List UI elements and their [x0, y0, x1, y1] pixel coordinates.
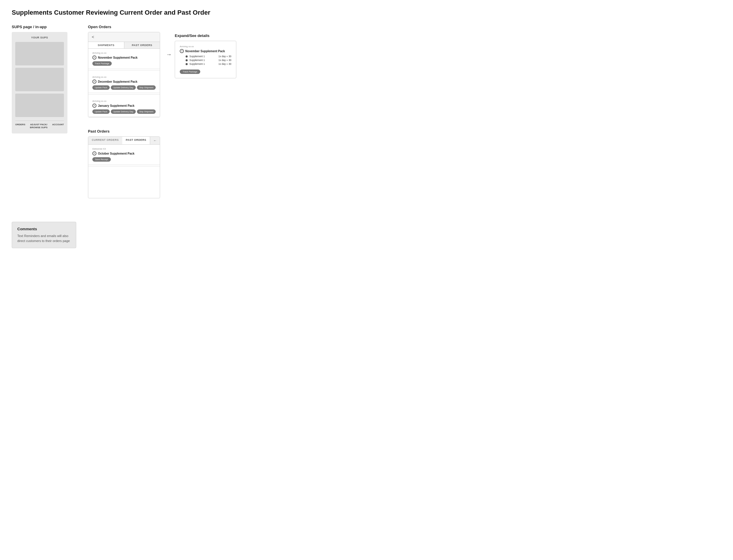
supplement-row-1: Supplement 1 1x day = 30 — [186, 55, 231, 58]
expand-column: → Expand/See details Arriving xx-xx + No… — [166, 33, 236, 78]
january-update-delivery-btn[interactable]: Update Delivery Day — [111, 109, 136, 114]
order-october: Delivered XX + October Supplement Pack S… — [88, 145, 160, 165]
orders-expand-area: Open Orders < SHIPMENTS PAST ORDERS Arri… — [88, 25, 236, 207]
december-update-pack-btn[interactable]: Update Pack — [92, 85, 110, 90]
supplement-detail-2: 1x day = 30 — [219, 59, 231, 62]
sups-panel: YOUR SUPS ORDERS ADJUST PACK/BROWSE SUPS… — [12, 32, 67, 133]
open-orders-header: < — [88, 32, 160, 42]
supplement-dot-3 — [186, 63, 188, 65]
supplement-detail-3: 1x day = 30 — [219, 62, 231, 65]
expand-arrow-icon: → — [166, 51, 172, 58]
sups-nav-orders[interactable]: ORDERS — [15, 123, 25, 129]
november-track-btn[interactable]: Track Package — [92, 61, 112, 66]
supplement-detail-1: 1x day = 30 — [219, 55, 231, 58]
october-buttons: Save Receipt — [92, 157, 156, 162]
january-expand-icon[interactable]: + — [92, 104, 97, 108]
sups-image-1 — [15, 42, 64, 65]
expand-supplements: Supplement 1 1x day = 30 Supplement 1 1x… — [186, 55, 231, 65]
expand-section: Expand/See details Arriving xx-xx + Nove… — [175, 33, 236, 78]
page-title: Supplements Customer Reviewing Current O… — [12, 9, 721, 16]
order-november: Arriving xx-xx + November Supplement Pac… — [88, 49, 160, 69]
comments-title: Comments — [17, 227, 71, 231]
order-january: Arriving xx-xx + January Supplement Pack… — [88, 97, 160, 117]
expand-title-row: + November Supplement Pack — [180, 49, 231, 53]
sups-section-title: SUPS page / in-app — [12, 25, 70, 29]
january-buttons: Update Pack Update Delivery Day Skip Shi… — [92, 109, 156, 114]
sups-nav-account[interactable]: ACCOUNT — [52, 123, 64, 129]
open-orders-panel: < SHIPMENTS PAST ORDERS Arriving xx-xx +… — [88, 32, 160, 117]
open-orders-title: Open Orders — [88, 25, 160, 29]
sups-nav: ORDERS ADJUST PACK/BROWSE SUPS ACCOUNT — [15, 121, 64, 129]
past-orders-arrow-icon[interactable]: ← — [150, 137, 160, 144]
comments-text: Text Reminders and emails will also dire… — [17, 234, 71, 243]
october-name: October Supplement Pack — [98, 152, 134, 155]
expand-track-btn[interactable]: Track Package — [180, 70, 200, 74]
past-orders-panel: CURRENT ORDERS PAST ORDERS ← Delivered X… — [88, 136, 160, 198]
supplement-name-2: Supplement 1 — [189, 59, 217, 62]
past-orders-section: Past Orders CURRENT ORDERS PAST ORDERS ←… — [88, 126, 160, 207]
sups-nav-adjust[interactable]: ADJUST PACK/BROWSE SUPS — [30, 123, 48, 129]
january-name: January Supplement Pack — [98, 104, 135, 107]
tab-shipments[interactable]: SHIPMENTS — [88, 42, 124, 48]
october-delivered: Delivered XX — [92, 148, 156, 150]
open-orders-section: Open Orders < SHIPMENTS PAST ORDERS Arri… — [88, 25, 160, 126]
january-arriving: Arriving xx-xx — [92, 100, 156, 102]
december-title-row: + December Supplement Pack — [92, 79, 156, 84]
december-buttons: Update Pack Update Delivery Day Skip Shi… — [92, 85, 156, 90]
sups-image-2 — [15, 68, 64, 91]
tab-past-orders-open[interactable]: PAST ORDERS — [124, 42, 160, 48]
supplement-name-1: Supplement 1 — [189, 55, 217, 58]
november-expand-icon[interactable]: + — [92, 55, 97, 60]
october-expand-icon[interactable]: + — [92, 151, 97, 155]
october-title-row: + October Supplement Pack — [92, 151, 156, 155]
supplement-row-3: Supplement 1 1x day = 30 — [186, 62, 231, 65]
sups-section: SUPS page / in-app YOUR SUPS ORDERS ADJU… — [12, 25, 70, 133]
december-name: December Supplement Pack — [98, 80, 138, 83]
expand-title: Expand/See details — [175, 33, 236, 38]
back-arrow-icon[interactable]: < — [92, 35, 94, 39]
past-orders-empty-space — [88, 169, 160, 198]
open-orders-tabs: SHIPMENTS PAST ORDERS — [88, 42, 160, 49]
november-title-row: + November Supplement Pack — [92, 55, 156, 60]
december-update-delivery-btn[interactable]: Update Delivery Day — [111, 85, 136, 90]
january-update-pack-btn[interactable]: Update Pack — [92, 109, 110, 114]
past-orders-tab-row: CURRENT ORDERS PAST ORDERS ← — [88, 137, 160, 145]
november-arriving: Arriving xx-xx — [92, 52, 156, 54]
january-skip-btn[interactable]: Skip Shipment — [137, 109, 156, 114]
november-buttons: Track Package — [92, 61, 156, 66]
supplement-dot-2 — [186, 59, 188, 61]
expand-arriving: Arriving xx-xx — [180, 45, 231, 48]
november-name: November Supplement Pack — [98, 56, 138, 59]
expand-order-name: November Supplement Pack — [185, 50, 225, 53]
tab-current-orders[interactable]: CURRENT ORDERS — [88, 137, 122, 144]
expand-plus-icon[interactable]: + — [180, 49, 184, 53]
december-skip-btn[interactable]: Skip Shipment — [137, 85, 156, 90]
supplement-dot-1 — [186, 55, 188, 57]
supplement-name-3: Supplement 1 — [189, 62, 217, 65]
december-expand-icon[interactable]: + — [92, 79, 97, 84]
past-orders-title: Past Orders — [88, 129, 160, 133]
expand-with-arrow: → Expand/See details Arriving xx-xx + No… — [166, 33, 236, 78]
order-december: Arriving xx-xx + December Supplement Pac… — [88, 73, 160, 93]
sups-panel-label: YOUR SUPS — [15, 36, 64, 39]
october-save-receipt-btn[interactable]: Save Receipt — [92, 157, 111, 162]
tab-past-orders[interactable]: PAST ORDERS — [122, 137, 150, 144]
january-title-row: + January Supplement Pack — [92, 104, 156, 108]
orders-column: Open Orders < SHIPMENTS PAST ORDERS Arri… — [88, 25, 160, 207]
december-arriving: Arriving xx-xx — [92, 76, 156, 78]
comments-box: Comments Text Reminders and emails will … — [12, 222, 76, 248]
sups-image-3 — [15, 94, 64, 117]
supplement-row-2: Supplement 1 1x day = 30 — [186, 59, 231, 62]
expand-panel: Arriving xx-xx + November Supplement Pac… — [175, 41, 236, 78]
